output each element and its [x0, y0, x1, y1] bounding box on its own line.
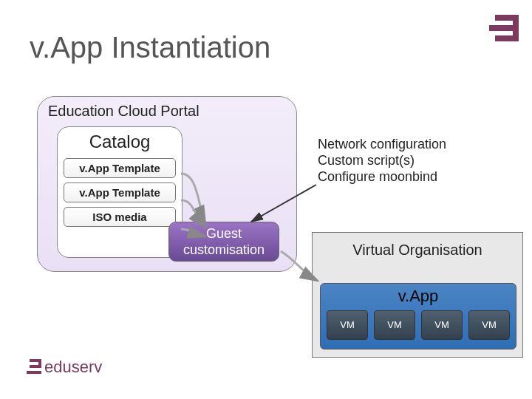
portal-title: Education Cloud Portal — [48, 103, 200, 120]
catalog-item: v.App Template — [64, 158, 176, 178]
config-text: Network configuration Custom script(s) C… — [318, 136, 446, 185]
catalog-item: ISO media — [64, 207, 176, 227]
vm-box: VM — [327, 310, 368, 340]
vapp-panel: v.App VM VM VM VM — [320, 283, 516, 349]
vm-box: VM — [468, 310, 510, 340]
page-title: v.App Instantiation — [30, 31, 270, 64]
config-line3: Configure moonbind — [318, 169, 437, 184]
vm-box: VM — [374, 310, 415, 340]
guest-line2: customisation — [183, 242, 265, 257]
guest-customisation-box: Guest customisation — [168, 222, 279, 262]
config-line2: Custom script(s) — [318, 153, 415, 168]
eduserv-e-icon — [27, 359, 41, 374]
catalog-title: Catalog — [58, 132, 182, 152]
vm-box: VM — [421, 310, 463, 340]
catalog-item: v.App Template — [64, 183, 176, 202]
guest-line1: Guest — [206, 226, 242, 241]
eduserv-logo: eduserv — [27, 358, 102, 377]
config-line1: Network configuration — [318, 137, 446, 151]
vapp-title: v.App — [321, 287, 516, 306]
vm-row: VM VM VM VM — [321, 310, 516, 340]
eduserv-mark-icon — [489, 15, 519, 52]
brand-text: eduserv — [44, 358, 102, 376]
catalog-panel: Catalog v.App Template v.App Template IS… — [57, 126, 183, 258]
virtual-organisation-panel: Virtual Organisation v.App VM VM VM VM — [312, 232, 523, 358]
vo-title: Virtual Organisation — [313, 242, 522, 259]
